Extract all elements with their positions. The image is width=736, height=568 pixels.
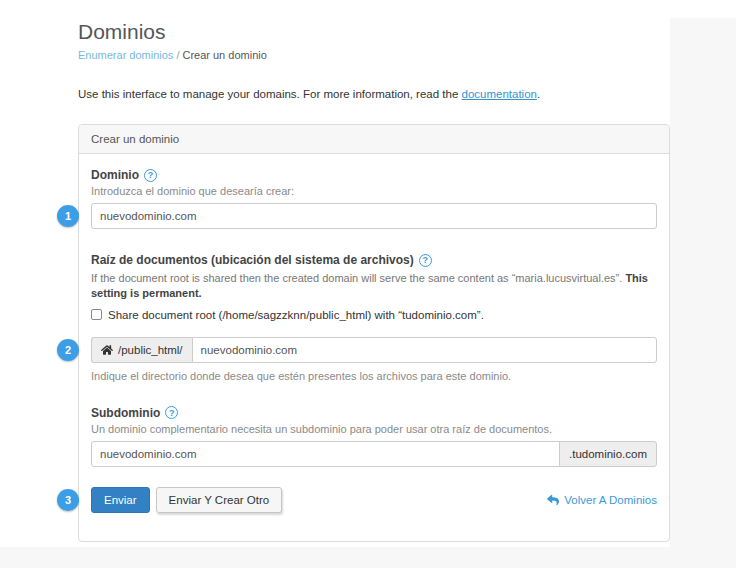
breadcrumb-separator: / xyxy=(176,49,179,61)
panel-header: Crear un dominio xyxy=(79,125,669,154)
page-viewport: Dominios Enumerar dominios/Crear un domi… xyxy=(0,0,736,568)
intro-text-end: . xyxy=(537,88,540,100)
question-circle-icon[interactable]: ? xyxy=(419,254,432,267)
page-background-right xyxy=(670,18,736,568)
step-badge-3: 3 xyxy=(57,489,79,511)
document-root-prefix-addon: /public_html/ xyxy=(91,337,192,363)
subdomain-field: Subdominio ? Un dominio complementario n… xyxy=(91,406,657,467)
submit-and-create-another-button[interactable]: Enviar Y Crear Otro xyxy=(156,487,283,513)
documentation-link[interactable]: documentation xyxy=(462,88,537,100)
intro-text: Use this interface to manage your domain… xyxy=(78,88,462,100)
question-circle-icon[interactable]: ? xyxy=(165,406,178,419)
panel-body: Dominio ? Introduzca el dominio que dese… xyxy=(79,154,669,541)
subdomain-suffix-addon: .tudominio.com xyxy=(559,441,657,467)
document-root-prefix-text: /public_html/ xyxy=(118,344,183,356)
domain-input-row: 1 xyxy=(91,203,657,229)
home-icon xyxy=(101,344,113,356)
subdomain-input-group: .tudominio.com xyxy=(91,441,657,467)
back-link-label: Volver A Dominios xyxy=(564,494,657,506)
document-root-input-group: 2 /public_html/ xyxy=(91,337,657,363)
reply-arrow-icon xyxy=(547,494,559,506)
form-actions: 3 Enviar Enviar Y Crear Otro Volver A Do… xyxy=(91,487,657,513)
subdomain-label: Subdominio ? xyxy=(91,406,657,420)
create-domain-panel: Crear un dominio Dominio ? Introduzca el… xyxy=(78,124,670,542)
back-to-domains-link[interactable]: Volver A Dominios xyxy=(547,494,657,506)
content-area: Dominios Enumerar dominios/Crear un domi… xyxy=(78,0,670,542)
breadcrumb: Enumerar dominios/Crear un dominio xyxy=(78,49,670,61)
document-root-warning-text: If the document root is shared then the … xyxy=(91,272,625,284)
breadcrumb-link-list-domains[interactable]: Enumerar dominios xyxy=(78,49,173,61)
step-badge-2: 2 xyxy=(57,339,79,361)
share-docroot-label: Share document root (/home/sagzzknn/publ… xyxy=(108,309,484,321)
breadcrumb-current: Crear un dominio xyxy=(182,49,266,61)
subdomain-label-text: Subdominio xyxy=(91,406,160,420)
step-badge-1: 1 xyxy=(57,205,79,227)
submit-button[interactable]: Enviar xyxy=(91,487,150,513)
domain-input[interactable] xyxy=(91,203,657,229)
domain-label-text: Dominio xyxy=(91,168,139,182)
subdomain-input[interactable] xyxy=(91,441,560,467)
question-circle-icon[interactable]: ? xyxy=(144,169,157,182)
document-root-field: Raíz de documentos (ubicación del sistem… xyxy=(91,253,657,382)
subdomain-description: Un dominio complementario necesita un su… xyxy=(91,423,657,435)
page-title: Dominios xyxy=(78,20,670,44)
domain-label: Dominio ? xyxy=(91,168,657,182)
share-docroot-checkbox[interactable] xyxy=(91,309,102,320)
document-root-input[interactable] xyxy=(192,337,657,363)
document-root-label: Raíz de documentos (ubicación del sistem… xyxy=(91,253,657,267)
document-root-description: Indique el directorio donde desea que es… xyxy=(91,370,657,382)
share-docroot-row: Share document root (/home/sagzzknn/publ… xyxy=(91,309,657,321)
domain-description: Introduzca el dominio que desearía crear… xyxy=(91,185,657,197)
document-root-label-text: Raíz de documentos (ubicación del sistem… xyxy=(91,253,414,267)
document-root-warning: If the document root is shared then the … xyxy=(91,271,657,301)
domain-field: Dominio ? Introduzca el dominio que dese… xyxy=(91,168,657,229)
intro-paragraph: Use this interface to manage your domain… xyxy=(78,88,670,100)
page-background-bottom xyxy=(0,547,736,568)
